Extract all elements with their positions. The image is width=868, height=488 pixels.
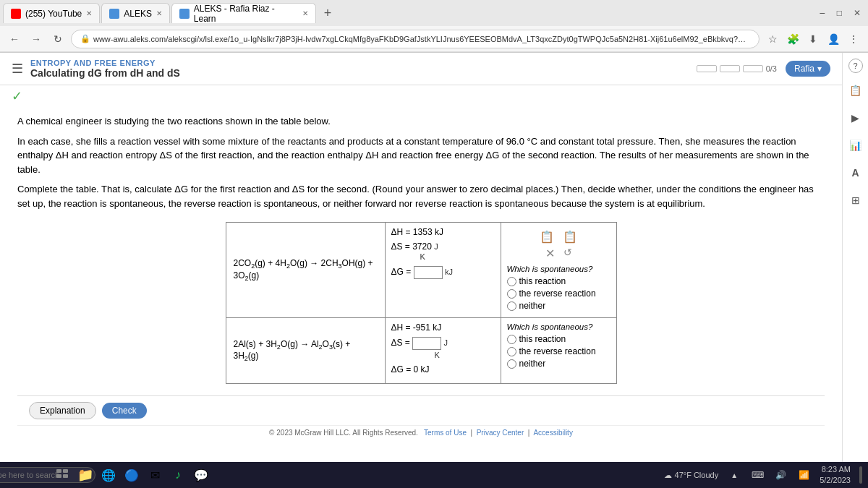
svg-rect-5 <box>63 469 68 473</box>
reaction-1-radio-this[interactable] <box>507 277 516 286</box>
tab-aleks-label: ALEKS <box>124 9 152 19</box>
weather-display: ☁ 47°F Cloudy <box>664 471 718 480</box>
reaction-2-dS-input[interactable] <box>412 337 441 350</box>
tab-youtube[interactable]: (255) YouTube ✕ <box>3 3 100 23</box>
new-tab-button[interactable]: + <box>318 3 338 23</box>
tab-aleks-learn-close[interactable]: ✕ <box>302 9 308 17</box>
forward-button[interactable]: → <box>27 30 45 48</box>
x-button[interactable]: ✕ <box>545 247 555 260</box>
tab-aleks-close[interactable]: ✕ <box>156 9 162 17</box>
checkmark-icon: ✓ <box>12 89 22 103</box>
window-restore[interactable]: □ <box>833 8 846 18</box>
clipboard-icon-2[interactable]: 📋 <box>563 230 577 244</box>
table-row-2: 2Al(s) + 3H2O(g) → Al2O3(s) + 3H2(g) ΔH … <box>226 318 616 384</box>
more-options-icon[interactable]: ⋮ <box>845 30 862 48</box>
user-menu-button[interactable]: Rafia ▾ <box>786 61 830 77</box>
taskbar: 📁 🌐 🔵 ✉ ♪ 💬 ☁ 47°F Cloudy ▲ ⌨ 🔊 📶 8:23 A… <box>0 462 868 488</box>
footer-accessibility[interactable]: Accessibility <box>533 429 572 437</box>
keyboard-icon[interactable]: ⌨ <box>747 465 767 485</box>
file-explorer-icon[interactable]: 📁 <box>75 465 95 485</box>
reaction-1-radio-reverse[interactable] <box>507 289 516 299</box>
chart-icon[interactable]: 📊 <box>846 135 866 155</box>
profile-icon[interactable]: 👤 <box>825 30 842 48</box>
intro-paragraph-1: A chemical engineer is studying the two … <box>17 114 825 129</box>
tab-aleks[interactable]: ALEKS ✕ <box>101 3 170 23</box>
browser-chrome: (255) YouTube ✕ ALEKS ✕ ALEKS - Rafia Ri… <box>0 0 868 53</box>
footer-privacy[interactable]: Privacy Center <box>477 429 524 437</box>
reaction-1-data: ΔH = 1353 kJ ΔS = 3720 J K ΔG = kJ <box>385 223 501 318</box>
tab-aleks-learn[interactable]: ALEKS - Rafia Riaz - Learn ✕ <box>171 3 316 23</box>
progress-bar: 0/3 <box>697 64 777 73</box>
reaction-1-dG-row: ΔG = kJ <box>391 266 495 279</box>
svg-rect-6 <box>56 474 61 478</box>
edge-icon[interactable]: 🌐 <box>98 465 119 485</box>
refresh-button[interactable]: ↻ <box>49 30 67 48</box>
hamburger-menu[interactable]: ☰ <box>12 61 23 77</box>
grid-view-icon[interactable]: ⊞ <box>846 190 866 210</box>
clipboard-icon-1[interactable]: 📋 <box>540 230 554 244</box>
system-tray-up[interactable]: ▲ <box>724 465 744 485</box>
reaction-1-dS-row: ΔS = 3720 J K <box>391 241 495 262</box>
reaction-2-data: ΔH = -951 kJ ΔS = J K ΔG = 0 kJ <box>385 318 501 384</box>
reaction-1-option-3[interactable]: neither <box>507 301 610 311</box>
main-wrapper: ☰ ENTROPY AND FREE ENERGY Calculating dG… <box>0 53 868 488</box>
reaction-2-formula: 2Al(s) + 3H2O(g) → Al2O3(s) + 3H2(g) <box>226 318 385 384</box>
reaction-2-option-1[interactable]: this reaction <box>507 334 610 344</box>
back-button[interactable]: ← <box>6 30 23 48</box>
spotify-icon[interactable]: ♪ <box>168 465 188 485</box>
explanation-button[interactable]: Explanation <box>29 402 96 419</box>
bookmark-star-icon[interactable]: ☆ <box>764 30 781 48</box>
mail-icon[interactable]: ✉ <box>145 465 165 485</box>
reaction-2-radio-reverse[interactable] <box>507 347 516 356</box>
search-taskbar[interactable] <box>29 465 49 485</box>
reaction-2-spontaneous: Which is spontaneous? this reaction the … <box>501 318 616 384</box>
speaker-icon[interactable]: 🔊 <box>770 465 791 485</box>
intro-paragraph-3: Complete the table. That is, calculate Δ… <box>17 182 825 210</box>
show-desktop-icon[interactable] <box>859 466 862 484</box>
reaction-1-option-2[interactable]: the reverse reaction <box>507 288 610 299</box>
weather-icon: ☁ <box>664 471 672 479</box>
progress-seg-1 <box>697 65 717 72</box>
reaction-2-radio-this[interactable] <box>507 335 516 344</box>
progress-seg-2 <box>720 65 740 72</box>
reaction-1-radio-neither[interactable] <box>507 301 516 311</box>
refresh-button-2[interactable]: ↺ <box>563 247 572 260</box>
text-size-icon[interactable]: A <box>846 163 866 183</box>
task-view-icon[interactable] <box>52 465 72 485</box>
help-question-icon[interactable]: ? <box>848 59 863 73</box>
reaction-1-dG-input[interactable] <box>414 266 443 279</box>
discord-icon[interactable]: 💬 <box>191 465 211 485</box>
tab-youtube-close[interactable]: ✕ <box>86 9 92 17</box>
aleks-footer: © 2023 McGraw Hill LLC. All Rights Reser… <box>17 425 825 440</box>
reaction-1-spontaneous: 📋 📋 ✕ ↺ Which is spontaneous? this react… <box>501 223 616 318</box>
table-row-1: 2CO2(g) + 4H2O(g) → 2CH3OH(g) + 3O2(g) Δ… <box>226 223 616 318</box>
download-icon[interactable]: ⬇ <box>804 30 822 48</box>
bottom-bar: Explanation Check <box>17 395 825 425</box>
problem-content: A chemical engineer is studying the two … <box>0 107 842 488</box>
reaction-1-formula: 2CO2(g) + 4H2O(g) → 2CH3OH(g) + 3O2(g) <box>226 223 385 318</box>
reaction-1-option-1[interactable]: this reaction <box>507 276 610 286</box>
taskbar-left: 📁 🌐 🔵 ✉ ♪ 💬 <box>6 465 211 485</box>
reaction-2-option-2[interactable]: the reverse reaction <box>507 346 610 356</box>
check-button[interactable]: Check <box>102 403 147 419</box>
reaction-2-option-3[interactable]: neither <box>507 359 610 369</box>
youtube-favicon <box>11 9 21 19</box>
reaction-1-which-label: Which is spontaneous? <box>507 265 610 273</box>
extension-puzzle-icon[interactable]: 🧩 <box>784 30 801 48</box>
aleks-favicon <box>109 9 119 19</box>
clock-display[interactable]: 8:23 AM 5/2/2023 <box>820 464 851 487</box>
network-icon[interactable]: 📶 <box>793 465 814 485</box>
reaction-2-dG-row: ΔG = 0 kJ <box>391 364 495 374</box>
svg-rect-4 <box>56 469 61 473</box>
window-close[interactable]: ✕ <box>849 8 865 18</box>
window-minimize[interactable]: − <box>815 7 830 19</box>
reaction-2-radio-neither[interactable] <box>507 359 516 369</box>
content-area: ☰ ENTROPY AND FREE ENERGY Calculating dG… <box>0 53 842 488</box>
play-icon[interactable]: ▶ <box>846 108 866 128</box>
url-bar[interactable]: 🔒 www-awu.aleks.com/alekscgi/x/lsl.exe/1… <box>71 30 760 48</box>
footer-terms[interactable]: Terms of Use <box>424 429 467 437</box>
tab-bar: (255) YouTube ✕ ALEKS ✕ ALEKS - Rafia Ri… <box>0 0 868 26</box>
notes-icon[interactable]: 📋 <box>846 80 866 100</box>
toolbar-icons: ☆ 🧩 ⬇ 👤 ⋮ <box>764 30 862 48</box>
chrome-icon[interactable]: 🔵 <box>122 465 142 485</box>
